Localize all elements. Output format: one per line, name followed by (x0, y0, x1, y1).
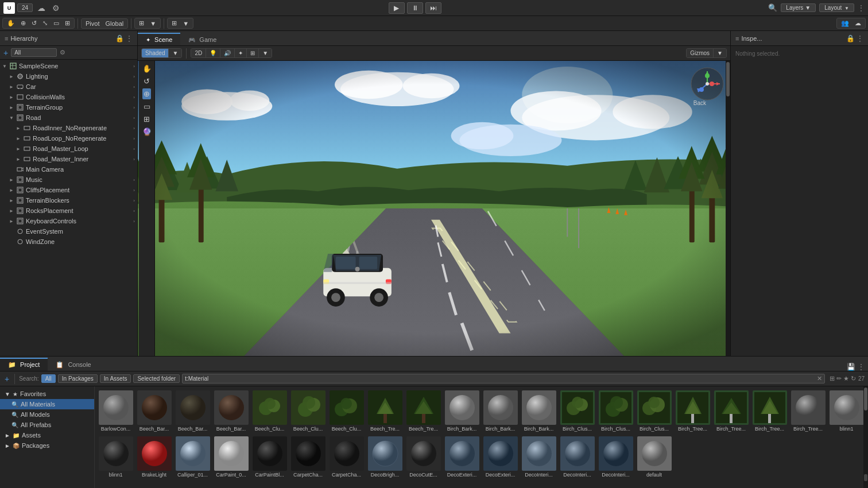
scene-scale-btn[interactable]: ⊕ (142, 88, 151, 99)
grid-dropdown[interactable]: ▼ (180, 20, 191, 28)
hier-item-terraingroup[interactable]: ► TerrainGroup › (0, 102, 137, 113)
scene-rect-btn[interactable]: ▭ (142, 101, 152, 112)
asset-birchtree2[interactable]: Birch_Tree... (712, 389, 750, 433)
rotate-tool[interactable]: ↺ (29, 19, 39, 28)
asset-birchbark2[interactable]: Birch_Bark... (482, 389, 519, 433)
scene-snap-tool-btn[interactable]: 🔮 (141, 126, 153, 137)
collab-btn[interactable]: 👥 (839, 19, 851, 28)
asset-decocut[interactable]: DecoCutE... (405, 435, 442, 479)
hier-item-maincamera[interactable]: ► Main Camera (0, 164, 137, 175)
grid-btn[interactable]: ⊞ (169, 19, 179, 28)
search-action-4[interactable]: ↻ (851, 375, 856, 382)
asset-decoint1[interactable]: DecoInteri... (520, 435, 557, 479)
pivot-btn[interactable]: Pivot (83, 20, 102, 28)
search-clear-btn[interactable]: ✕ (817, 375, 822, 382)
filter-all-btn[interactable]: All (41, 374, 56, 383)
asset-beechcluster3[interactable]: Beech_Clu... (328, 389, 365, 433)
hier-item-windzone[interactable]: ► WindZone (0, 237, 137, 247)
hier-item-keyboardcontrols[interactable]: ► KeyboardControls › (0, 216, 137, 226)
asset-grid-wrap[interactable]: BarlowCon... Beech_Bar... Beech_Bar... (95, 386, 868, 488)
asset-birchbark1[interactable]: Birch_Bark... (443, 389, 480, 433)
scene-option-5[interactable]: ⊞ (247, 49, 259, 57)
transform-tool[interactable]: ⊞ (63, 19, 72, 28)
inspector-more-btn[interactable]: ⋮ (857, 34, 863, 42)
scene-rotate-btn[interactable]: ↺ (142, 76, 151, 87)
asset-birchtree3[interactable]: Birch_Tree... (751, 389, 788, 433)
asset-beechbark1[interactable]: Beech_Bar... (135, 389, 173, 433)
hier-item-road[interactable]: ▼ Road › (0, 113, 137, 123)
draw-mode-btn[interactable]: Shaded (142, 49, 169, 57)
tab-scene[interactable]: ✦ Scene (138, 33, 180, 45)
asset-carpet1[interactable]: CarpetCha... (289, 435, 327, 479)
scene-grid-tool-btn[interactable]: ⊞ (142, 114, 151, 125)
global-btn[interactable]: Global (103, 20, 126, 28)
gear-icon[interactable]: ⚙ (50, 2, 61, 14)
tab-console[interactable]: 📋 Console (48, 358, 99, 371)
asset-decoext2[interactable]: DecoExteri... (482, 435, 519, 479)
asset-carpaint1[interactable]: CarPaint_0... (212, 435, 250, 479)
asset-decoint3[interactable]: DecoInteri... (597, 435, 634, 479)
asset-birchtree-gray[interactable]: Birch_Tree... (789, 389, 827, 433)
scene-viewport[interactable]: Back ✋ ↺ ⊕ ▭ ⊞ 🔮 (138, 61, 730, 356)
draw-mode-dropdown[interactable]: ▼ (169, 49, 181, 57)
services-btn[interactable]: ☁ (852, 19, 863, 28)
asset-blinn1[interactable]: blinn1 (828, 389, 865, 433)
asset-birchcluster3[interactable]: Birch_Clus... (636, 389, 673, 433)
proj-item-allmaterials[interactable]: 🔍 All Materials (0, 399, 94, 409)
scene-option-1[interactable]: 2D (191, 49, 206, 57)
asset-birchcluster1[interactable]: Birch_Clus... (559, 389, 596, 433)
hier-item-cliffsplacement[interactable]: ► CliffsPlacement › (0, 185, 137, 195)
project-more-btn[interactable]: ⋮ (858, 363, 865, 371)
search-icon[interactable]: 🔍 (768, 3, 777, 12)
hier-item-roadmasterinner[interactable]: ► Road_Master_Inner › (0, 154, 137, 164)
search-action-1[interactable]: ⊞ (830, 375, 835, 382)
asset-birchcluster2[interactable]: Birch_Clus... (597, 389, 634, 433)
asset-blinn2[interactable]: blinn1 (97, 435, 134, 479)
hier-item-roadloop[interactable]: ► RoadLoop_NoRegenerate › (0, 133, 137, 144)
account-btn[interactable]: 24 (17, 3, 33, 12)
hier-item-roadmasterloop[interactable]: ► Road_Master_Loop › (0, 144, 137, 154)
snap-btn[interactable]: ⊞ (137, 19, 146, 28)
asset-beechtree2[interactable]: Beech_Tre... (405, 389, 442, 433)
layers-button[interactable]: Layers ▼ (781, 3, 816, 12)
hier-item-eventsystem[interactable]: ► EventSystem (0, 226, 137, 237)
asset-carpet2[interactable]: CarpetCha... (328, 435, 365, 479)
scene-option-2[interactable]: 💡 (206, 49, 220, 57)
asset-decoint2[interactable]: DecoInteri... (559, 435, 596, 479)
hier-item-rocksplacement[interactable]: ► RocksPlacement › (0, 206, 137, 216)
asset-decobright[interactable]: DecoBrigh... (366, 435, 404, 479)
filter-packages-btn[interactable]: In Packages (58, 374, 98, 383)
search-input[interactable] (185, 375, 817, 382)
hand-tool[interactable]: ✋ (5, 19, 17, 28)
scene-option-3[interactable]: 🔊 (220, 49, 235, 57)
hier-item-car[interactable]: ► Car › (0, 82, 137, 92)
scale-tool[interactable]: ⤡ (40, 19, 50, 28)
hier-item-music[interactable]: ► Music › (0, 175, 137, 185)
hierarchy-settings-btn[interactable]: ⚙ (59, 49, 67, 56)
hierarchy-search[interactable] (11, 48, 57, 57)
viewport-scrollbar[interactable] (726, 61, 730, 356)
asset-decoext1[interactable]: DecoExteri... (443, 435, 480, 479)
pause-button[interactable]: ⏸ (407, 2, 423, 14)
hier-item-terrainblockers[interactable]: ► TerrainBlockers › (0, 195, 137, 206)
layout-button[interactable]: Layout ▼ (819, 3, 854, 12)
asset-beechbark2[interactable]: Beech_Bar... (174, 389, 211, 433)
filter-selected-btn[interactable]: Selected folder (133, 374, 180, 383)
project-add-btn[interactable]: + (3, 374, 10, 384)
tab-project[interactable]: 📁 Project (0, 358, 48, 371)
rect-tool[interactable]: ▭ (51, 19, 61, 28)
cloud-icon[interactable]: ☁ (35, 2, 48, 14)
proj-item-assets[interactable]: ► 📁 Assets (0, 430, 94, 440)
snap-dropdown[interactable]: ▼ (148, 20, 158, 28)
step-button[interactable]: ⏭ (425, 2, 441, 14)
search-action-2[interactable]: ✏ (836, 375, 842, 382)
asset-beechbark3[interactable]: Beech_Bar... (212, 389, 250, 433)
move-tool[interactable]: ⊕ (18, 19, 28, 28)
search-action-3[interactable]: ★ (843, 375, 849, 382)
project-save-btn[interactable]: 💾 (847, 363, 855, 371)
proj-item-favorites[interactable]: ▼ ★ Favorites (0, 389, 94, 399)
hierarchy-lock-btn[interactable]: 🔒 (115, 34, 124, 42)
proj-item-allmodels[interactable]: 🔍 All Models (0, 409, 94, 420)
asset-calliper[interactable]: Calliper_01... (174, 435, 211, 479)
scene-option-6[interactable]: ▼ (259, 49, 272, 57)
